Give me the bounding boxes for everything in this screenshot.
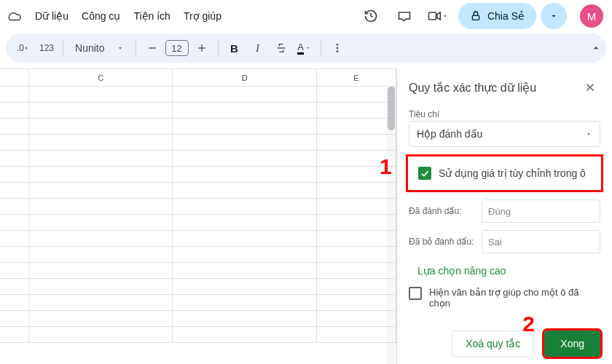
avatar[interactable]: M [580, 4, 603, 28]
done-button[interactable]: Xong [544, 331, 600, 357]
separator [63, 41, 63, 55]
checked-label: Đã đánh dấu: [409, 206, 476, 216]
use-custom-values-checkbox[interactable] [418, 167, 431, 180]
criteria-label: Tiêu chí [409, 109, 600, 119]
cells-grid[interactable] [29, 87, 396, 343]
svg-rect-2 [472, 15, 479, 20]
more-toolbar-button[interactable] [327, 38, 348, 58]
panel-title: Quy tắc xác thực dữ liệu [409, 81, 536, 95]
svg-point-7 [336, 44, 338, 46]
bold-button[interactable]: B [224, 38, 245, 58]
show-help-text-checkbox[interactable] [409, 287, 422, 300]
font-family-select[interactable]: Nunito [69, 41, 129, 55]
share-button[interactable]: Chia Sẻ [458, 3, 536, 29]
comments-icon[interactable] [391, 3, 417, 29]
advanced-options-link[interactable]: Lựa chọn nâng cao [409, 261, 600, 278]
col-header[interactable]: C [29, 69, 173, 86]
show-help-text-label: Hiện văn bản trợ giúp cho một ô đã chọn [429, 287, 600, 309]
data-validation-panel: Quy tắc xác thực dữ liệu Tiêu chí Hộp đá… [396, 68, 612, 364]
font-name-label: Nunito [75, 42, 104, 54]
svg-point-8 [336, 47, 338, 50]
cloud-save-icon[interactable] [6, 8, 22, 24]
strikethrough-button[interactable] [271, 38, 291, 58]
text-color-button[interactable]: A [294, 38, 315, 58]
criteria-select[interactable]: Hộp đánh dấu [409, 121, 600, 147]
row-headers [0, 87, 29, 343]
col-header[interactable]: D [173, 69, 316, 86]
chevron-down-icon [117, 44, 124, 52]
svg-point-9 [336, 50, 338, 52]
menu-bar: Dữ liệu Công cụ Tiện ích Trợ giúp [29, 6, 227, 26]
font-size-increase[interactable] [192, 38, 212, 58]
svg-rect-0 [428, 12, 436, 20]
column-headers: C D E [0, 69, 396, 87]
delete-rule-button[interactable]: Xoá quy tắc [452, 331, 534, 357]
close-panel-button[interactable] [580, 77, 600, 98]
toolbar: .0 123 Nunito 12 B I A [6, 33, 606, 63]
italic-button[interactable]: I [248, 38, 268, 58]
svg-marker-1 [437, 12, 440, 20]
font-size-input[interactable]: 12 [165, 40, 189, 56]
menu-extensions[interactable]: Tiện ích [128, 6, 176, 26]
use-custom-values-label: Sử dụng giá trị tùy chỉnh trong ô [439, 167, 586, 179]
format-number-button[interactable]: 123 [36, 38, 57, 58]
history-icon[interactable] [358, 3, 384, 29]
checked-value-input[interactable]: Đúng [482, 199, 600, 223]
vertical-scrollbar[interactable] [386, 87, 396, 364]
use-custom-values-row: Sử dụng giá trị tùy chỉnh trong ô [406, 154, 603, 192]
unchecked-value-input[interactable]: Sai [482, 230, 600, 253]
separator [321, 41, 321, 55]
separator [218, 41, 219, 55]
menu-data[interactable]: Dữ liệu [29, 6, 74, 26]
criteria-value: Hộp đánh dấu [417, 128, 482, 140]
share-label: Chia Sẻ [487, 10, 525, 22]
separator [136, 41, 136, 55]
meet-icon[interactable] [425, 3, 451, 29]
header-bar: Dữ liệu Công cụ Tiện ích Trợ giúp Chia S… [0, 0, 612, 32]
menu-help[interactable]: Trợ giúp [178, 6, 227, 26]
chevron-down-icon [585, 130, 592, 138]
col-header[interactable]: E [317, 69, 396, 86]
menu-tools[interactable]: Công cụ [76, 6, 126, 26]
share-dropdown[interactable] [541, 3, 567, 29]
unchecked-label: Đã bỏ đánh dấu: [409, 237, 476, 247]
decrease-decimal-button[interactable]: .0 [13, 38, 34, 58]
scrollbar-thumb[interactable] [388, 87, 395, 130]
collapse-toolbar-button[interactable] [586, 38, 606, 58]
spreadsheet-area[interactable]: C D E [0, 68, 396, 364]
font-size-decrease[interactable] [142, 38, 162, 58]
main-content: C D E [0, 68, 612, 364]
